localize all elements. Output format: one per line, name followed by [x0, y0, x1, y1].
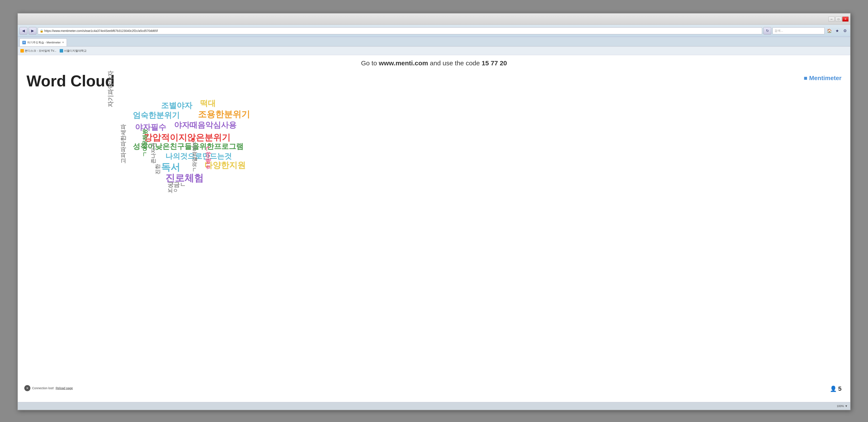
star-icon[interactable]: ★ [834, 27, 841, 34]
bookmark-item-2[interactable]: 서울디지털대학교 [60, 49, 87, 53]
participant-icon: 👤 [830, 386, 837, 392]
word-13: 고파파파한세파 [120, 124, 126, 164]
browser-window: ─ □ ✕ ◀ ▶ 🔒 https://www.mentimeter.com/s… [18, 13, 850, 410]
search-placeholder: 검색... [774, 29, 783, 33]
word-19: ㅎ배야ㄱ [205, 146, 212, 170]
home-icon[interactable]: 🏠 [826, 27, 833, 34]
connection-close-icon[interactable]: ✕ [24, 385, 30, 391]
tab-bar: M 자기주도학습 - Mentimeter ✕ [18, 37, 850, 47]
tab-close-button[interactable]: ✕ [62, 41, 64, 44]
zoom-level: 100% [837, 404, 844, 408]
word-9: 독서 [161, 161, 180, 173]
maximize-button[interactable]: □ [835, 17, 841, 22]
word-0: 조별야자 [161, 101, 192, 110]
participant-number: 5 [838, 385, 841, 392]
word-6: 강압적이지않은분위기 [144, 132, 230, 143]
active-tab[interactable]: M 자기주도학습 - Mentimeter ✕ [20, 38, 67, 46]
zoom-control[interactable]: 100% ▼ [837, 404, 847, 408]
forward-button[interactable]: ▶ [29, 27, 36, 34]
word-16: 진한 [155, 164, 161, 175]
title-bar: ─ □ ✕ [18, 13, 850, 25]
lock-icon: 🔒 [40, 29, 43, 33]
tab-favicon: M [22, 41, 26, 44]
toolbar-icons: 🏠 ★ ⚙ [826, 27, 848, 34]
reload-link[interactable]: Reload page [56, 386, 73, 390]
search-box[interactable]: 검색... [773, 27, 825, 34]
content-area: Go to www.menti.com and use the code 15 … [18, 55, 850, 402]
word-20: 뇌ㅇ [167, 187, 178, 194]
word-14: ㄱ아못해봤 [142, 129, 148, 157]
word-7: 성적이낮은친구들을위한프로그램 [133, 142, 244, 151]
mentimeter-logo: ■ Mentimeter [804, 75, 841, 82]
instruction-text: Go to www.menti.com and use the code 15 … [27, 59, 841, 67]
word-cloud-title: Word Cloud [27, 72, 841, 90]
word-3: 조용한분위기 [198, 109, 250, 119]
bookmarks-bar: 본디스크 - 모바일에 TV... 서울디지털대학교 [18, 47, 850, 55]
address-bar-area: ◀ ▶ 🔒 https://www.mentimeter.com/s/eae1c… [18, 25, 850, 37]
minimize-button[interactable]: ─ [829, 17, 835, 22]
bookmark-label-2: 서울디지털대학교 [64, 49, 87, 53]
refresh-button[interactable]: ↻ [764, 27, 771, 34]
status-bar: 100% ▼ [18, 402, 850, 410]
address-text: https://www.mentimeter.com/s/eae1c4a374e… [44, 29, 158, 33]
tab-label: 자기주도학습 - Mentimeter [27, 40, 61, 44]
connection-status: Connection lost! [32, 386, 54, 390]
word-2: 엄숙한분위기 [133, 111, 180, 120]
word-cloud-area: 조별야자떡대엄숙한분위기조용한분위기야자필수야자때음악심사용강압적이지않은분위기… [27, 94, 841, 220]
word-1: 떡대 [200, 98, 216, 108]
word-8: 나의것으로만드는것 [165, 152, 232, 161]
bookmark-school-icon [60, 49, 63, 53]
address-bar[interactable]: 🔒 https://www.mentimeter.com/s/eae1c4a37… [38, 27, 762, 34]
bookmark-star-icon [21, 49, 24, 53]
word-5: 야자때음악심사용 [174, 120, 237, 129]
word-15: 존나지겨 [150, 143, 156, 164]
zoom-arrow: ▼ [845, 404, 847, 408]
settings-icon[interactable]: ⚙ [841, 27, 848, 34]
word-18: ㄱ와알려야ㅈ [191, 141, 198, 172]
participant-count: 👤 5 [830, 385, 841, 392]
connection-lost-bar: ✕ Connection lost! Reload page [24, 385, 73, 391]
word-17: 궁금ㄴ [167, 181, 186, 188]
word-12: 자기파악야자 [107, 71, 114, 107]
mentimeter-logo-text: ■ Mentimeter [804, 75, 841, 82]
bookmark-label-1: 본디스크 - 모바일에 TV... [25, 49, 56, 53]
slide-container: Go to www.menti.com and use the code 15 … [18, 55, 850, 402]
bookmark-item-1[interactable]: 본디스크 - 모바일에 TV... [21, 49, 56, 53]
close-button[interactable]: ✕ [842, 17, 848, 22]
word-4: 야자필수 [135, 122, 166, 132]
back-button[interactable]: ◀ [20, 27, 27, 34]
